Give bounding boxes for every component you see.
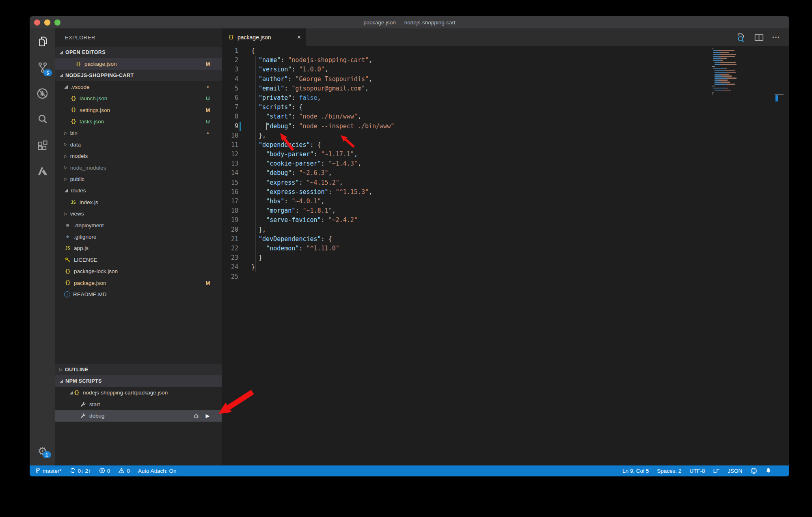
tree-item-license[interactable]: LICENSE: [55, 254, 222, 265]
code-line-12[interactable]: 12 "body-parser": "~1.17.1",: [222, 150, 789, 159]
npm-script-debug[interactable]: debug▶: [55, 410, 222, 421]
explorer-icon[interactable]: [30, 28, 55, 54]
code-line-21[interactable]: 21 "devDependencies": {: [222, 235, 789, 244]
tree-item-tasks-json[interactable]: {}tasks.jsonU: [55, 116, 222, 127]
code-line-13[interactable]: 13 "cookie-parser": "~1.4.3",: [222, 159, 789, 168]
code-line-18[interactable]: 18 "morgan": "~1.8.1",: [222, 206, 789, 215]
code-line-25[interactable]: 25: [222, 272, 789, 282]
eol-status[interactable]: LF: [713, 468, 720, 474]
code-line-19[interactable]: 19 "serve-favicon": "~2.4.2": [222, 215, 789, 225]
line-number: 19: [222, 215, 238, 225]
line-number: 12: [222, 150, 238, 159]
tree-item-data[interactable]: ▷data: [55, 139, 222, 150]
code-line-14[interactable]: 14 "debug": "~2.6.3",: [222, 168, 789, 178]
code-line-5[interactable]: 5 "email": "gtsopour@gmail.com",: [222, 84, 789, 93]
overview-ruler-cursor: [775, 95, 778, 101]
code-line-22[interactable]: 22 "nodemon": "^1.11.0": [222, 244, 789, 253]
tree-item-models[interactable]: ▷models: [55, 151, 222, 162]
debug-icon[interactable]: [30, 80, 55, 106]
item-label: .gitignore: [74, 234, 97, 240]
git-status-badge: M: [205, 61, 211, 67]
split-editor-icon[interactable]: [754, 32, 764, 43]
more-actions-icon[interactable]: ···: [772, 33, 780, 41]
item-label: tasks.json: [80, 118, 104, 125]
code-editor[interactable]: 1{2 "name": "nodejs-shopping-cart",3 "ve…: [222, 46, 789, 465]
code-line-2[interactable]: 2 "name": "nodejs-shopping-cart",: [222, 56, 789, 65]
npm-scripts-header[interactable]: NPM SCRIPTS: [55, 375, 222, 387]
extensions-icon[interactable]: [30, 132, 55, 158]
language-status[interactable]: JSON: [728, 468, 742, 474]
code-line-16[interactable]: 16 "express-session": "^1.15.3",: [222, 187, 789, 197]
code-line-3[interactable]: 3 "version": "1.0.0",: [222, 65, 789, 74]
settings-gear[interactable]: ⚙ 1: [30, 446, 55, 457]
scm-changes-badge: 5: [43, 69, 52, 76]
tree-item-deployment[interactable]: ≡.deployment: [55, 220, 222, 231]
open-changes-icon[interactable]: [736, 32, 746, 43]
outline-header[interactable]: ▷ OUTLINE: [55, 364, 222, 375]
code-line-17[interactable]: 17 "hbs": "~4.0.1",: [222, 197, 789, 206]
play-icon[interactable]: ▶: [204, 412, 211, 419]
code-line-20[interactable]: 20 },: [222, 225, 789, 235]
code-line-4[interactable]: 4 "author": "George Tsopouridis",: [222, 75, 789, 84]
tree-item-settings-json[interactable]: {}settings.jsonM: [55, 104, 222, 116]
code-line-24[interactable]: 24}: [222, 263, 789, 272]
code-line-23[interactable]: 23 }: [222, 253, 789, 263]
tab-bar: {} package.json ×: [222, 28, 789, 46]
branch-status[interactable]: master*: [35, 467, 62, 475]
open-editors-header[interactable]: OPEN EDITORS: [55, 47, 222, 58]
tree-item-bin[interactable]: ▷bin●: [55, 127, 222, 139]
tree-item-readme-md[interactable]: iREADME.MD: [55, 289, 222, 300]
line-text: "author": "George Tsopouridis",: [251, 75, 372, 84]
item-label: README.MD: [73, 291, 107, 297]
code-line-7[interactable]: 7 "scripts": {: [222, 103, 789, 112]
minimize-window-button[interactable]: [44, 19, 50, 26]
errors-status[interactable]: 0: [99, 467, 110, 475]
status-label: Ln 9, Col 5: [622, 468, 649, 474]
tree-item-public[interactable]: ▷public: [55, 173, 222, 185]
line-number: 14: [222, 168, 238, 178]
desktop: package.json — nodejs-shopping-cart: [0, 0, 812, 517]
status-label: 0: [107, 468, 110, 474]
npm-package-nodejs-shopping-cart-package-json[interactable]: {}nodejs-shopping-cart/package.json: [55, 387, 222, 399]
auto-attach-status[interactable]: Auto Attach: On: [138, 468, 177, 474]
npm-script-start[interactable]: start: [55, 399, 222, 410]
code-line-10[interactable]: 10 },: [222, 131, 789, 140]
encoding-status[interactable]: UTF-8: [689, 468, 705, 474]
open-editor-package-json[interactable]: {}package.jsonM: [55, 58, 222, 69]
code-line-11[interactable]: 11 "dependencies": {: [222, 140, 789, 150]
code-line-1[interactable]: 1{: [222, 46, 789, 56]
code-line-15[interactable]: 15 "express": "~4.15.2",: [222, 178, 789, 187]
tree-item-vscode[interactable]: .vscode●: [55, 81, 222, 93]
search-icon[interactable]: [30, 106, 55, 132]
minimap[interactable]: [712, 48, 740, 97]
source-control-icon[interactable]: 5: [30, 54, 55, 80]
tree-item-package-json[interactable]: {}package.jsonM: [55, 277, 222, 289]
azure-icon[interactable]: [30, 158, 55, 184]
tree-item-gitignore[interactable]: ◆.gitignore: [55, 231, 222, 242]
cursor-position-status[interactable]: Ln 9, Col 5: [622, 468, 649, 474]
close-window-button[interactable]: [34, 19, 40, 26]
indentation-status[interactable]: Spaces: 2: [657, 468, 681, 474]
warnings-status[interactable]: 0: [118, 467, 130, 475]
tree-item-routes[interactable]: routes: [55, 185, 222, 196]
tree-item-launch-json[interactable]: {}launch.jsonU: [55, 93, 222, 104]
bug-icon[interactable]: [192, 412, 199, 419]
tree-item-node-modules[interactable]: ▷node_modules: [55, 162, 222, 173]
tab-package-json[interactable]: {} package.json ×: [222, 28, 306, 46]
code-line-9[interactable]: 9 "debug": "node --inspect ./bin/www": [222, 122, 789, 131]
code-line-8[interactable]: 8 "start": "node ./bin/www",: [222, 112, 789, 121]
sync-status[interactable]: 0↓ 2↑: [70, 467, 91, 475]
notifications-bell[interactable]: [765, 467, 771, 475]
zoom-window-button[interactable]: [54, 19, 60, 26]
code-line-6[interactable]: 6 "private": false,: [222, 93, 789, 103]
outline-label: OUTLINE: [65, 367, 89, 373]
feedback-smiley[interactable]: ☺: [750, 467, 757, 475]
info-icon: i: [64, 291, 70, 297]
tree-item-package-lock-json[interactable]: {}package-lock.json: [55, 265, 222, 277]
tree-item-app-js[interactable]: JSapp.js: [55, 243, 222, 254]
close-tab-icon[interactable]: ×: [297, 34, 301, 41]
project-root-header[interactable]: NODEJS-SHOPPING-CART: [55, 70, 222, 81]
minimap-line: [712, 50, 740, 51]
tree-item-views[interactable]: ▷views: [55, 208, 222, 219]
tree-item-index-js[interactable]: JSindex.js: [55, 196, 222, 208]
